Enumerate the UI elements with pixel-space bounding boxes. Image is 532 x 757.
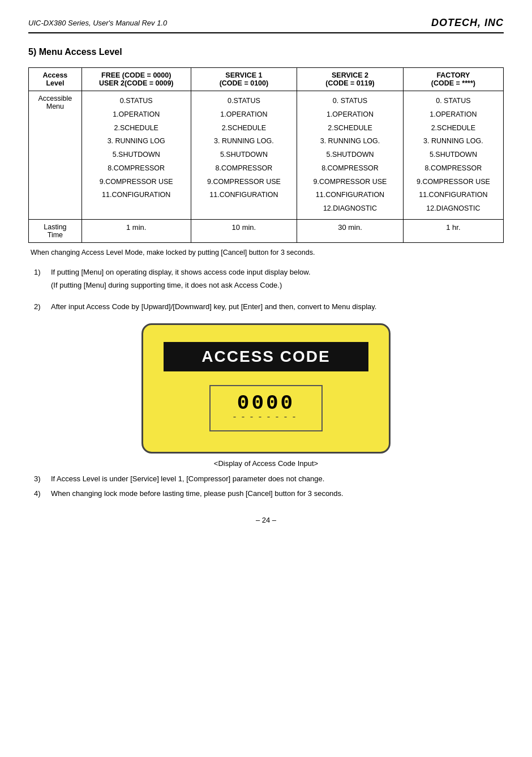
list-item: 1.OPERATION (302, 108, 398, 122)
instruction-item-4: 4) When changing lock mode before lastin… (34, 488, 504, 499)
factory-menu-items: 0. STATUS 1.OPERATION 2.SCHEDULE 3. RUNN… (403, 91, 503, 220)
list-item: 0.STATUS (196, 95, 293, 108)
accessible-menu-row: AccessibleMenu 0.STATUS 1.OPERATION 2.SC… (29, 91, 504, 220)
list-item: 9.COMPRESSOR USE (87, 176, 186, 189)
list-item: 2.SCHEDULE (302, 122, 398, 135)
list-item: 9.COMPRESSOR USE (196, 176, 293, 189)
list-item: 5.SHUTDOWN (196, 148, 293, 162)
col-header-service2: SERVICE 2 (CODE = 0119) (297, 68, 404, 91)
list-item: 3. RUNNING LOG. (408, 135, 499, 148)
instruction-num-3: 3) (34, 473, 51, 485)
list-item: 3. RUNNING LOG. (302, 135, 398, 148)
list-item: 2.SCHEDULE (87, 122, 186, 135)
instruction-item-1: 1) If putting [Menu] on operating displa… (34, 267, 504, 297)
instruction-num-4: 4) (34, 488, 51, 499)
list-item: 0. STATUS (302, 95, 398, 108)
lasting-time-label: Lasting Time (29, 219, 82, 242)
instruction-item-2: 2) After input Access Code by [Upward]/[… (34, 301, 504, 313)
list-item: 1.OPERATION (196, 108, 293, 122)
service1-menu-items: 0.STATUS 1.OPERATION 2.SCHEDULE 3. RUNNI… (191, 91, 297, 220)
free-menu-items: 0.STATUS 1.OPERATION 2.SCHEDULE 3. RUNNI… (81, 91, 191, 220)
list-item: 12.DIAGNOSTIC (302, 202, 398, 216)
table-note: When changing Access Level Mode, make lo… (31, 249, 504, 256)
list-item: 11.CONFIGURATION (408, 189, 499, 202)
display-title: ACCESS CODE (164, 342, 368, 371)
list-item: 0. STATUS (408, 95, 499, 108)
list-item: 3. RUNNING LOG (87, 135, 186, 148)
instruction-item-3: 3) If Access Level is under [Service] le… (34, 473, 504, 485)
instruction-num-1: 1) (34, 267, 51, 278)
instruction-num-2: 2) (34, 301, 51, 313)
list-item: 1.OPERATION (408, 108, 499, 122)
manual-title: UIC-DX380 Series, User's Manual Rev 1.0 (28, 19, 167, 27)
list-item: 2.SCHEDULE (408, 122, 499, 135)
list-item: 8.COMPRESSOR (87, 162, 186, 176)
page-footer: – 24 – (28, 516, 504, 524)
list-item: 8.COMPRESSOR (196, 162, 293, 176)
list-item: 11.CONFIGURATION (87, 189, 186, 202)
list-item: 11.CONFIGURATION (196, 189, 293, 202)
list-item: 8.COMPRESSOR (408, 162, 499, 176)
access-level-table: Access Level FREE (CODE = 0000) USER 2(C… (28, 67, 504, 243)
list-item: 12.DIAGNOSTIC (408, 202, 499, 216)
lasting-service1-value: 10 min. (191, 219, 297, 242)
list-item: 5.SHUTDOWN (408, 148, 499, 162)
list-item: 2.SCHEDULE (196, 122, 293, 135)
col-header-service1: SERVICE 1 (CODE = 0100) (191, 68, 297, 91)
col-header-access: Access Level (29, 68, 82, 91)
brand-name: DOTECH, INC (431, 17, 504, 29)
service2-menu-items: 0. STATUS 1.OPERATION 2.SCHEDULE 3. RUNN… (297, 91, 404, 220)
instructions-list-2: 3) If Access Level is under [Service] le… (34, 473, 504, 499)
list-item: 1.OPERATION (87, 108, 186, 122)
list-item: 8.COMPRESSOR (302, 162, 398, 176)
display-code-value: 0000 (220, 392, 312, 415)
list-item: 9.COMPRESSOR USE (302, 176, 398, 189)
lasting-time-row: Lasting Time 1 min. 10 min. 30 min. 1 hr… (29, 219, 504, 242)
display-caption: <Display of Access Code Input> (214, 459, 318, 468)
list-item: 9.COMPRESSOR USE (408, 176, 499, 189)
col-header-factory: FACTORY (CODE = ****) (403, 68, 503, 91)
display-code-box: 0000 -------- (209, 385, 323, 431)
lasting-free-value: 1 min. (81, 219, 191, 242)
col-header-free: FREE (CODE = 0000) USER 2(CODE = 0009) (81, 68, 191, 91)
display-code-underline: -------- (220, 413, 312, 422)
list-item: 5.SHUTDOWN (302, 148, 398, 162)
section-title: 5) Menu Access Level (28, 47, 504, 57)
accessible-menu-label: AccessibleMenu (29, 91, 82, 220)
lasting-service2-value: 30 min. (297, 219, 404, 242)
list-item: 5.SHUTDOWN (87, 148, 186, 162)
list-item: 0.STATUS (87, 95, 186, 108)
instructions-list: 1) If putting [Menu] on operating displa… (34, 267, 504, 313)
list-item: 3. RUNNING LOG. (196, 135, 293, 148)
access-code-display: ACCESS CODE 0000 -------- (141, 323, 391, 454)
page-header: UIC-DX380 Series, User's Manual Rev 1.0 … (28, 17, 504, 33)
instruction-sub-1: (If putting [Menu] during supporting tim… (51, 280, 311, 291)
list-item: 11.CONFIGURATION (302, 189, 398, 202)
page-number: – 24 – (256, 516, 276, 524)
page: UIC-DX380 Series, User's Manual Rev 1.0 … (0, 0, 532, 757)
lasting-factory-value: 1 hr. (403, 219, 503, 242)
access-code-display-wrapper: ACCESS CODE 0000 -------- <Display of Ac… (28, 323, 504, 468)
